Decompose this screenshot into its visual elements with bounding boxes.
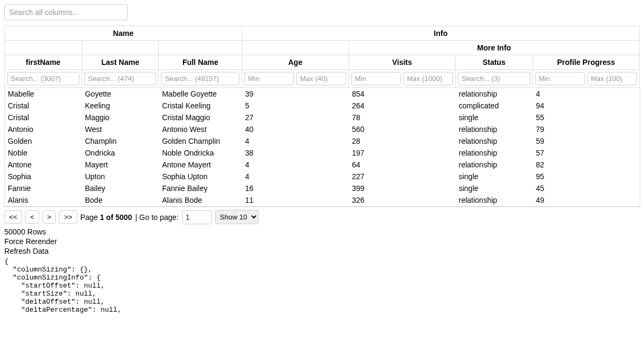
header-group-more-info[interactable]: More Info	[349, 41, 640, 55]
row-count-label: 50000 Rows	[4, 227, 640, 236]
cell-fullName: Sophia Upton	[159, 171, 242, 182]
cell-status: single	[456, 112, 533, 123]
cell-fullName: Antonio West	[159, 123, 242, 135]
cell-age: 39	[242, 88, 349, 100]
header-status[interactable]: Status	[456, 55, 533, 70]
cell-status: single	[456, 171, 533, 182]
cell-firstName: Noble	[5, 147, 82, 159]
table-row: FannieBaileyFannie Bailey16399single45	[5, 182, 640, 194]
filter-status-input[interactable]	[458, 72, 530, 85]
goto-page-label: | Go to page:	[135, 213, 179, 222]
header-group-name[interactable]: Name	[5, 26, 242, 41]
header-empty-1	[5, 41, 82, 55]
state-json-dump: { "columnSizing": {}, "columnSizingInfo"…	[4, 258, 640, 314]
cell-pp: 4	[532, 88, 639, 100]
next-page-button[interactable]: >	[42, 210, 56, 224]
page-label-prefix: Page	[80, 213, 100, 222]
cell-status: relationship	[456, 135, 533, 147]
filter-firstname-input[interactable]	[7, 72, 79, 85]
cell-firstName: Antonio	[5, 123, 82, 135]
cell-lastName: Bode	[82, 194, 159, 207]
header-empty-4	[242, 41, 349, 55]
cell-age: 11	[242, 194, 349, 207]
cell-visits: 399	[349, 182, 456, 194]
header-empty-2	[82, 41, 159, 55]
cell-fullName: Cristal Keeling	[159, 100, 242, 112]
table-row: MabelleGoyetteMabelle Goyette39854relati…	[5, 88, 640, 100]
header-fullname[interactable]: Full Name	[159, 55, 242, 70]
filter-pp-max-input[interactable]	[587, 72, 637, 85]
cell-firstName: Cristal	[5, 112, 82, 123]
cell-status: single	[456, 182, 533, 194]
last-page-button[interactable]: >>	[59, 210, 77, 224]
table-row: AntonioWestAntonio West40560relationship…	[5, 123, 640, 135]
cell-firstName: Antone	[5, 159, 82, 171]
cell-visits: 64	[349, 159, 456, 171]
cell-lastName: Champlin	[82, 135, 159, 147]
cell-firstName: Alanis	[5, 194, 82, 207]
filter-fullname-input[interactable]	[161, 72, 239, 85]
cell-status: complicated	[456, 100, 533, 112]
filter-pp-min-input[interactable]	[535, 72, 585, 85]
first-page-button[interactable]: <<	[4, 210, 22, 224]
header-visits[interactable]: Visits	[349, 55, 456, 70]
filter-visits-max-input[interactable]	[403, 72, 453, 85]
cell-firstName: Mabelle	[5, 88, 82, 100]
cell-firstName: Sophia	[5, 171, 82, 182]
header-group-info[interactable]: Info	[242, 26, 640, 41]
cell-visits: 264	[349, 100, 456, 112]
prev-page-button[interactable]: <	[25, 210, 39, 224]
filter-visits-min-input[interactable]	[351, 72, 401, 85]
goto-page-input[interactable]	[182, 210, 212, 224]
cell-status: relationship	[456, 194, 533, 207]
cell-pp: 94	[532, 100, 639, 112]
table-row: AlanisBodeAlanis Bode11326relationship49	[5, 194, 640, 207]
cell-age: 27	[242, 112, 349, 123]
header-lastname[interactable]: Last Name	[82, 55, 159, 70]
cell-fullName: Antone Mayert	[159, 159, 242, 171]
cell-visits: 326	[349, 194, 456, 207]
header-profile-progress[interactable]: Profile Progress	[532, 55, 639, 70]
data-table: Name Info More Info firstName Last Name …	[4, 26, 640, 207]
cell-fullName: Noble Ondricka	[159, 147, 242, 159]
cell-age: 4	[242, 171, 349, 182]
force-rerender-button[interactable]: Force Rerender	[4, 237, 640, 246]
cell-firstName: Fannie	[5, 182, 82, 194]
cell-fullName: Fannie Bailey	[159, 182, 242, 194]
cell-fullName: Golden Champlin	[159, 135, 242, 147]
filter-age-max-input[interactable]	[296, 72, 346, 85]
page-current: 1 of 5000	[100, 213, 132, 222]
table-row: GoldenChamplinGolden Champlin428relation…	[5, 135, 640, 147]
header-firstname[interactable]: firstName	[5, 55, 82, 70]
cell-fullName: Alanis Bode	[159, 194, 242, 207]
pagination-bar: << < > >> Page 1 of 5000 | Go to page: S…	[4, 210, 640, 224]
cell-age: 16	[242, 182, 349, 194]
cell-visits: 560	[349, 123, 456, 135]
filter-lastname-input[interactable]	[84, 72, 157, 85]
global-search-input[interactable]	[4, 4, 128, 20]
table-row: SophiaUptonSophia Upton4227single95	[5, 171, 640, 182]
cell-age: 40	[242, 123, 349, 135]
cell-lastName: Goyette	[82, 88, 159, 100]
cell-pp: 49	[532, 194, 639, 207]
cell-firstName: Golden	[5, 135, 82, 147]
cell-pp: 82	[532, 159, 639, 171]
cell-pp: 95	[532, 171, 639, 182]
cell-visits: 28	[349, 135, 456, 147]
cell-age: 4	[242, 159, 349, 171]
cell-status: relationship	[456, 88, 533, 100]
cell-firstName: Cristal	[5, 100, 82, 112]
header-age[interactable]: Age	[242, 55, 349, 70]
cell-pp: 79	[532, 123, 639, 135]
cell-lastName: Mayert	[82, 159, 159, 171]
cell-lastName: Upton	[82, 171, 159, 182]
cell-status: relationship	[456, 123, 533, 135]
cell-fullName: Cristal Maggio	[159, 112, 242, 123]
page-indicator: Page 1 of 5000	[80, 213, 133, 222]
cell-visits: 854	[349, 88, 456, 100]
filter-age-min-input[interactable]	[244, 72, 294, 85]
refresh-data-button[interactable]: Refresh Data	[4, 247, 640, 255]
cell-visits: 197	[349, 147, 456, 159]
page-size-select[interactable]: Show 10	[215, 210, 259, 224]
cell-visits: 78	[349, 112, 456, 123]
